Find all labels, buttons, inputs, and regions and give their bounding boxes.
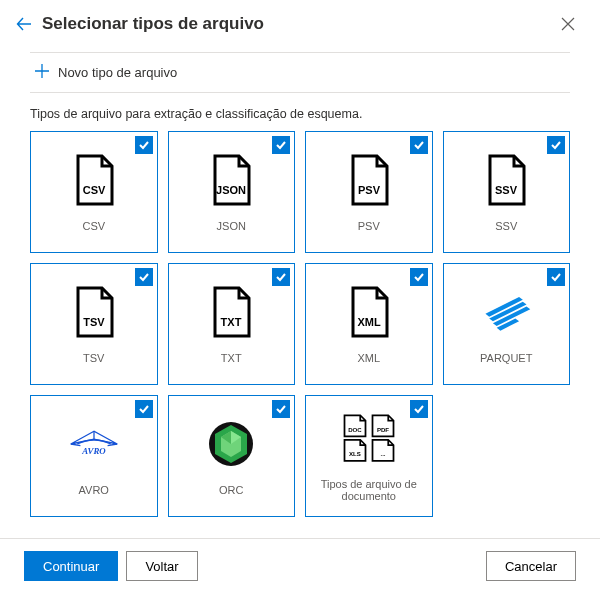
- card-label: TXT: [217, 352, 246, 364]
- arrow-left-icon: [16, 16, 32, 32]
- continue-button[interactable]: Continuar: [24, 551, 118, 581]
- check-icon: [410, 268, 428, 286]
- svg-text:DOC: DOC: [348, 426, 362, 433]
- svg-text:JSON: JSON: [216, 184, 246, 196]
- file-icon: XML: [341, 284, 397, 340]
- file-type-psv[interactable]: PSV PSV: [305, 131, 433, 253]
- check-icon: [135, 136, 153, 154]
- file-icon: JSON: [203, 152, 259, 208]
- file-type-txt[interactable]: TXT TXT: [168, 263, 296, 385]
- file-icon: TSV: [66, 284, 122, 340]
- card-label: XML: [353, 352, 384, 364]
- file-type-grid: CSV CSV JSON JSON PSV PSV SSV SSV TSV TS…: [0, 131, 600, 517]
- close-icon: [561, 17, 575, 31]
- card-label: TSV: [79, 352, 108, 364]
- file-type-orc[interactable]: ORC: [168, 395, 296, 517]
- card-label: JSON: [213, 220, 250, 232]
- card-label: ORC: [215, 484, 247, 496]
- file-type-avro[interactable]: AVRO AVRO: [30, 395, 158, 517]
- file-type-csv[interactable]: CSV CSV: [30, 131, 158, 253]
- svg-text:PDF: PDF: [377, 426, 389, 433]
- card-label: PSV: [354, 220, 384, 232]
- close-button[interactable]: [554, 10, 582, 38]
- file-icon: SSV: [478, 152, 534, 208]
- file-icon: TXT: [203, 284, 259, 340]
- description-text: Tipos de arquivo para extração e classif…: [30, 107, 570, 121]
- check-icon: [410, 400, 428, 418]
- dialog-header: Selecionar tipos de arquivo: [0, 0, 600, 46]
- svg-text:AVRO: AVRO: [81, 446, 106, 456]
- check-icon: [410, 136, 428, 154]
- parquet-icon: [478, 284, 534, 340]
- svg-text:PSV: PSV: [358, 184, 381, 196]
- orc-icon: [203, 416, 259, 472]
- card-label: AVRO: [75, 484, 113, 496]
- card-label: PARQUET: [476, 352, 536, 364]
- new-file-type-label: Novo tipo de arquivo: [58, 65, 177, 80]
- svg-text:XLS: XLS: [349, 450, 361, 457]
- svg-text:TSV: TSV: [83, 316, 105, 328]
- avro-icon: AVRO: [66, 416, 122, 472]
- svg-text:XML: XML: [357, 316, 381, 328]
- file-type-parquet[interactable]: PARQUET: [443, 263, 571, 385]
- check-icon: [547, 268, 565, 286]
- document-types-icon: DOC PDF XLS ...: [341, 410, 397, 466]
- check-icon: [135, 400, 153, 418]
- file-type-json[interactable]: JSON JSON: [168, 131, 296, 253]
- file-icon: PSV: [341, 152, 397, 208]
- new-file-type-button[interactable]: Novo tipo de arquivo: [30, 52, 570, 93]
- file-type-document[interactable]: DOC PDF XLS ... Tipos de arquivo de docu…: [305, 395, 433, 517]
- check-icon: [272, 136, 290, 154]
- card-label: Tipos de arquivo de documento: [306, 478, 432, 502]
- back-button[interactable]: [12, 12, 36, 36]
- dialog-footer: Continuar Voltar Cancelar: [0, 538, 600, 593]
- cancel-button[interactable]: Cancelar: [486, 551, 576, 581]
- check-icon: [272, 400, 290, 418]
- file-type-ssv[interactable]: SSV SSV: [443, 131, 571, 253]
- svg-text:CSV: CSV: [82, 184, 105, 196]
- svg-text:SSV: SSV: [495, 184, 518, 196]
- file-type-tsv[interactable]: TSV TSV: [30, 263, 158, 385]
- svg-text:TXT: TXT: [221, 316, 242, 328]
- file-type-xml[interactable]: XML XML: [305, 263, 433, 385]
- back-button-footer[interactable]: Voltar: [126, 551, 197, 581]
- check-icon: [547, 136, 565, 154]
- card-label: SSV: [491, 220, 521, 232]
- dialog-title: Selecionar tipos de arquivo: [42, 14, 554, 34]
- plus-icon: [34, 63, 50, 82]
- card-label: CSV: [78, 220, 109, 232]
- file-icon: CSV: [66, 152, 122, 208]
- svg-text:...: ...: [380, 450, 385, 457]
- check-icon: [272, 268, 290, 286]
- check-icon: [135, 268, 153, 286]
